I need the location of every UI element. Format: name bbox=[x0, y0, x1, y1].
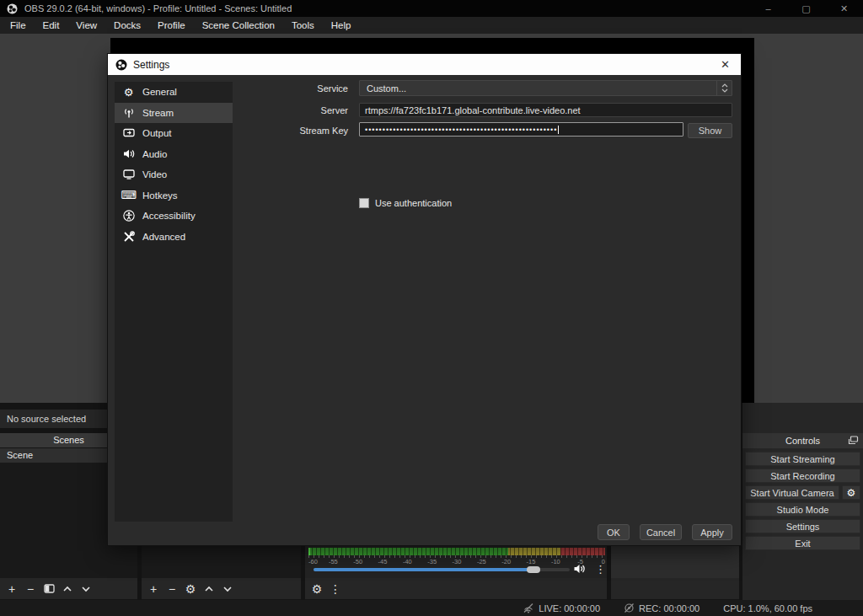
mixer-toolbar: ⚙ ⋮ bbox=[305, 578, 607, 599]
rec-status: REC: 00:00:00 bbox=[624, 603, 700, 613]
menu-help[interactable]: Help bbox=[323, 17, 360, 34]
remove-source-icon[interactable]: − bbox=[165, 582, 179, 596]
stream-key-input[interactable]: ••••••••••••••••••••••••••••••••••••••••… bbox=[359, 122, 683, 137]
start-virtual-camera-button[interactable]: Start Virtual Camera bbox=[745, 485, 839, 500]
tools-icon bbox=[122, 230, 135, 243]
controls-dock-header: Controls bbox=[742, 433, 863, 448]
speaker-icon bbox=[122, 147, 135, 160]
nav-label: Hotkeys bbox=[142, 190, 178, 201]
dialog-close-icon[interactable]: ✕ bbox=[717, 58, 733, 71]
antenna-icon bbox=[122, 106, 135, 119]
move-scene-up-icon[interactable] bbox=[61, 582, 74, 596]
accessibility-icon bbox=[122, 210, 135, 222]
stream-key-label: Stream Key bbox=[247, 126, 348, 136]
rec-time: REC: 00:00:00 bbox=[639, 603, 700, 613]
speaker-icon[interactable] bbox=[573, 563, 586, 575]
mixer-channel-menu-icon[interactable]: ⋮ bbox=[595, 563, 606, 576]
add-source-icon[interactable]: + bbox=[147, 582, 160, 596]
show-stream-key-button[interactable]: Show bbox=[688, 123, 732, 138]
live-status: LIVE: 00:00:00 bbox=[523, 603, 600, 613]
settings-button[interactable]: Settings bbox=[745, 519, 860, 533]
add-scene-icon[interactable]: + bbox=[5, 582, 19, 596]
status-bar: LIVE: 00:00:00 REC: 00:00:00 CPU: 1.0%, … bbox=[0, 600, 863, 616]
start-recording-button[interactable]: Start Recording bbox=[745, 469, 860, 483]
scene-filters-icon[interactable] bbox=[42, 582, 56, 596]
settings-nav-hotkeys[interactable]: ⌨ Hotkeys bbox=[115, 185, 233, 206]
apply-button[interactable]: Apply bbox=[692, 524, 732, 540]
dock-popout-icon[interactable] bbox=[848, 436, 859, 445]
dialog-footer: OK Cancel Apply bbox=[598, 524, 732, 540]
minimize-button[interactable]: – bbox=[749, 0, 787, 17]
meter-tick-label: -45 bbox=[378, 558, 388, 565]
settings-dialog: Settings ✕ ⚙ General Stream Output bbox=[107, 53, 742, 546]
settings-nav-stream[interactable]: Stream bbox=[115, 103, 233, 124]
virtual-camera-config-gear-icon[interactable]: ⚙ bbox=[842, 485, 860, 500]
obs-logo-icon bbox=[115, 59, 127, 71]
settings-nav-general[interactable]: ⚙ General bbox=[115, 82, 233, 103]
menu-profile[interactable]: Profile bbox=[149, 17, 194, 34]
sources-toolbar: + − ⚙ bbox=[142, 578, 301, 599]
volume-slider-fill bbox=[314, 568, 528, 571]
maximize-button[interactable]: ▢ bbox=[787, 0, 825, 17]
menu-docks[interactable]: Docks bbox=[105, 17, 149, 34]
live-time: LIVE: 00:00:00 bbox=[539, 603, 600, 613]
nav-label: Output bbox=[142, 128, 172, 138]
move-source-up-icon[interactable] bbox=[202, 582, 216, 596]
mixer-menu-icon[interactable]: ⋮ bbox=[329, 582, 342, 596]
dropdown-spinner-icon bbox=[716, 81, 732, 95]
volume-slider[interactable] bbox=[314, 568, 570, 571]
cancel-button[interactable]: Cancel bbox=[640, 524, 682, 540]
meter-tick-label: -50 bbox=[353, 558, 362, 565]
service-value: Custom... bbox=[367, 83, 406, 94]
service-dropdown[interactable]: Custom... bbox=[359, 80, 732, 96]
output-icon bbox=[122, 127, 135, 140]
use-authentication-row: Use authentication bbox=[359, 198, 452, 208]
nav-label: Audio bbox=[142, 149, 167, 159]
advanced-audio-gear-icon[interactable]: ⚙ bbox=[310, 582, 324, 596]
meter-tick-label: -35 bbox=[427, 558, 437, 565]
keyboard-icon: ⌨ bbox=[122, 189, 135, 201]
volume-slider-handle[interactable] bbox=[527, 566, 540, 573]
controls-dock: Controls Start Streaming Start Recording… bbox=[742, 403, 863, 600]
start-streaming-button[interactable]: Start Streaming bbox=[745, 452, 860, 466]
menu-tools[interactable]: Tools bbox=[283, 17, 323, 34]
settings-nav-accessibility[interactable]: Accessibility bbox=[115, 206, 233, 227]
studio-mode-button[interactable]: Studio Mode bbox=[745, 502, 860, 517]
service-label: Service bbox=[247, 83, 348, 94]
close-button[interactable]: ✕ bbox=[825, 0, 863, 17]
cpu-fps-status: CPU: 1.0%, 60.00 fps bbox=[723, 603, 812, 613]
ok-button[interactable]: OK bbox=[598, 524, 630, 540]
nav-label: Advanced bbox=[142, 232, 185, 242]
use-authentication-checkbox[interactable] bbox=[359, 198, 369, 208]
move-source-down-icon[interactable] bbox=[221, 582, 234, 596]
menu-bar: File Edit View Docks Profile Scene Colle… bbox=[0, 17, 863, 34]
move-scene-down-icon[interactable] bbox=[79, 582, 93, 596]
settings-nav-advanced[interactable]: Advanced bbox=[115, 227, 233, 248]
obs-main-window: OBS 29.0.2 (64-bit, windows) - Profile: … bbox=[0, 0, 863, 616]
meter-tick-label: -15 bbox=[527, 558, 536, 565]
menu-edit[interactable]: Edit bbox=[35, 17, 68, 34]
meter-tick-label: -25 bbox=[477, 558, 486, 565]
volume-meter bbox=[308, 548, 605, 555]
source-properties-gear-icon[interactable]: ⚙ bbox=[184, 582, 197, 596]
volume-meter-level bbox=[308, 548, 310, 555]
exit-button[interactable]: Exit bbox=[745, 536, 860, 550]
settings-nav-video[interactable]: Video bbox=[115, 164, 233, 185]
menu-scene-collection[interactable]: Scene Collection bbox=[194, 17, 283, 34]
meter-scale: -60 -55 -50 -45 -40 -35 -30 -25 -20 -15 … bbox=[308, 558, 605, 565]
server-input[interactable]: rtmps://fa723fc1b171.global-contribute.l… bbox=[359, 103, 732, 117]
settings-nav-output[interactable]: Output bbox=[115, 123, 233, 144]
window-title: OBS 29.0.2 (64-bit, windows) - Profile: … bbox=[24, 3, 292, 13]
meter-tick-label: -20 bbox=[501, 558, 511, 565]
menu-file[interactable]: File bbox=[2, 17, 35, 34]
stream-key-masked-value: ••••••••••••••••••••••••••••••••••••••••… bbox=[365, 126, 557, 134]
record-inactive-icon bbox=[624, 603, 635, 613]
text-caret bbox=[558, 126, 559, 134]
settings-nav-audio[interactable]: Audio bbox=[115, 144, 233, 165]
remove-scene-icon[interactable]: − bbox=[24, 582, 37, 596]
cpu-fps-text: CPU: 1.0%, 60.00 fps bbox=[723, 603, 812, 613]
gear-icon: ⚙ bbox=[122, 86, 135, 99]
meter-tick-label: -40 bbox=[403, 558, 412, 565]
menu-view[interactable]: View bbox=[67, 17, 105, 34]
monitor-icon bbox=[122, 169, 135, 181]
